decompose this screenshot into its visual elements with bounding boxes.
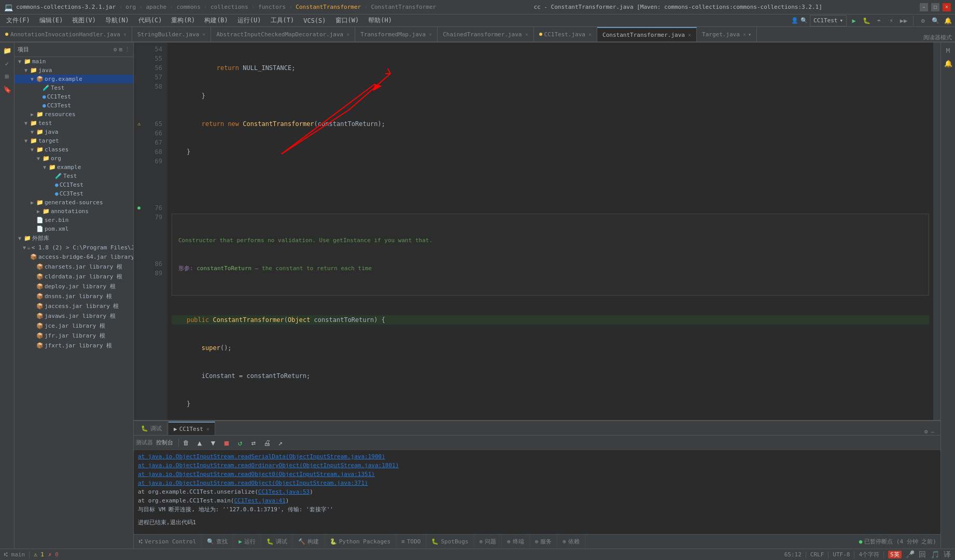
sidebar-settings[interactable]: ⋮ [124, 46, 130, 53]
maven-btn[interactable]: M [943, 45, 954, 56]
settings-button[interactable]: ⚙ [918, 16, 928, 26]
tab-cc1-close[interactable]: × [206, 426, 209, 432]
bottom-settings-icon[interactable]: ⚙ [924, 428, 928, 435]
tree-item-org2[interactable]: ▼ 📁 org [15, 154, 133, 163]
tree-item-generated[interactable]: ▶ 📁 generated-sources [15, 198, 133, 207]
python-packages-btn[interactable]: 🐍 Python Packages [325, 535, 396, 549]
tree-item-cc1test[interactable]: ● CC1Test [15, 92, 133, 101]
tree-item-access[interactable]: 📦 access-bridge-64.jar library 根 [15, 252, 133, 262]
menu-view[interactable]: 视图(V) [68, 15, 100, 26]
tree-item-external[interactable]: ▼ 📁 外部库 [15, 233, 133, 243]
deps-btn[interactable]: ⊕ 依赖 [557, 535, 585, 549]
code-content[interactable]: return NULL_INSTANCE; } return new Const… [167, 43, 933, 420]
console-tab[interactable]: 控制台 [156, 439, 173, 446]
tab-close-annotation[interactable]: × [123, 32, 127, 37]
tree-item-orgexample[interactable]: ▼ 📦 org.example [15, 75, 133, 83]
tree-item-classes[interactable]: ▼ 📁 classes [15, 145, 133, 154]
more-run-button[interactable]: ▶▶ [898, 16, 909, 26]
maximize-button[interactable]: □ [931, 3, 939, 11]
console-link-4[interactable]: at java.io.ObjectInputStream.readObject(… [138, 480, 368, 486]
external-btn[interactable]: ↗ [274, 437, 287, 449]
terminal-btn[interactable]: ⊕ 终端 [502, 535, 530, 549]
console-link-2[interactable]: at java.io.ObjectInputStream.readOrdinar… [138, 462, 399, 469]
tab-annotation[interactable]: AnnotationInvocationHandler.java × [0, 27, 132, 41]
sidebar-layout[interactable]: ⊞ [119, 46, 122, 53]
down-btn[interactable]: ▼ [207, 437, 219, 449]
tree-item-jaccess[interactable]: 📦 jaccess.jar library 根 [15, 301, 133, 311]
tab-abstractinput[interactable]: AbstractInputCheckedMapDecorator.java × [211, 27, 355, 41]
tab-target[interactable]: Target.java × ▾ [697, 27, 757, 41]
tab-close-target[interactable]: × [743, 32, 746, 37]
menu-refactor[interactable]: 重构(R) [167, 15, 199, 26]
tree-item-resources[interactable]: ▶ 📁 resources [15, 110, 133, 119]
version-control-btn[interactable]: ⑆ Version Control [134, 535, 202, 549]
bookmarks-btn[interactable]: 🔖 [2, 83, 13, 95]
status-errors[interactable]: ✗ 0 [48, 551, 59, 558]
tab-transformedmap[interactable]: TransformedMap.java × [355, 27, 438, 41]
input-method-icon[interactable]: S英 [888, 551, 902, 558]
close-button[interactable]: × [943, 3, 951, 11]
menu-help[interactable]: 帮助(H) [364, 15, 396, 26]
tree-item-jfxrt[interactable]: 📦 jfxrt.jar library 根 [15, 341, 133, 351]
search2-button[interactable]: 🔍 [930, 16, 940, 26]
menu-run[interactable]: 运行(U) [233, 15, 265, 26]
tree-item-annotations[interactable]: ▶ 📁 annotations [15, 207, 133, 216]
tab-more-arrow[interactable]: ▾ [748, 32, 751, 37]
tree-item-test[interactable]: 🧪 Test [15, 83, 133, 92]
menu-nav[interactable]: 导航(N) [101, 15, 133, 26]
tree-item-cc1test2[interactable]: ● CC1Test [15, 180, 133, 189]
tree-item-dnsns[interactable]: 📦 dnsns.jar library 根 [15, 291, 133, 301]
console-link-6[interactable]: CC1Test.java:41 [234, 497, 285, 504]
menu-code[interactable]: 代码(C) [134, 15, 166, 26]
tree-item-cc3test2[interactable]: ● CC3Test [15, 189, 133, 198]
tab-constanttransformer[interactable]: ConstantTransformer.java × [597, 27, 697, 41]
tree-item-test2[interactable]: 🧪 Test [15, 172, 133, 180]
tree-item-cc3test[interactable]: ● CC3Test [15, 101, 133, 110]
tab-stringbuilder[interactable]: StringBuilder.java × [132, 27, 211, 41]
notifications-btn[interactable]: 🔔 [943, 58, 954, 69]
tree-item-jdk[interactable]: ▼ ☕ < 1.8 (2) > C:\Program Files\Java\jd… [15, 243, 133, 252]
structure-btn[interactable]: ⊞ [2, 71, 13, 82]
tree-item-example2[interactable]: ▼ 📁 example [15, 163, 133, 172]
menu-build[interactable]: 构建(B) [200, 15, 232, 26]
tree-item-jfr[interactable]: 📦 jfr.jar library 根 [15, 331, 133, 341]
tree-item-jce[interactable]: 📦 jce.jar library 根 [15, 321, 133, 331]
menu-window[interactable]: 窗口(W) [331, 15, 363, 26]
tree-item-serbin[interactable]: 📄 ser.bin [15, 216, 133, 225]
tab-close-sb[interactable]: × [202, 32, 205, 37]
tree-item-main[interactable]: ▼ 📁 main [15, 57, 133, 66]
sidebar-gear[interactable]: ⚙ [114, 46, 117, 53]
tab-close-const[interactable]: × [688, 32, 691, 38]
stop-btn[interactable]: ■ [220, 437, 233, 449]
tab-cc1test[interactable]: CC1Test.java × [534, 27, 598, 41]
clear-btn[interactable]: 🗑 [180, 437, 192, 449]
tree-item-testjava[interactable]: ▼ 📁 java [15, 128, 133, 136]
build-bottom-btn[interactable]: 🔨 构建 [293, 535, 325, 549]
print-btn[interactable]: 🖨 [261, 437, 273, 449]
find-btn[interactable]: 🔍 查找 [202, 535, 233, 549]
coverage-button[interactable]: ☂ [874, 16, 884, 26]
status-git[interactable]: ⑆ main [4, 551, 25, 558]
tree-item-testfolder[interactable]: ▼ 📁 test [15, 119, 133, 128]
tab-close-ct[interactable]: × [525, 32, 528, 37]
tab-close-ai[interactable]: × [346, 32, 349, 37]
rerun-btn[interactable]: ↺ [234, 437, 246, 449]
debug-bottom-btn[interactable]: 🐛 调试 [261, 535, 293, 549]
spotbugs-btn[interactable]: 🐛 SpotBugs [426, 535, 474, 549]
tree-item-cldr[interactable]: 📦 cldrdata.jar library 根 [15, 272, 133, 282]
tree-item-charsets[interactable]: 📦 charsets.jar library 根 [15, 262, 133, 272]
tab-close-tm[interactable]: × [429, 32, 432, 37]
code-editor[interactable]: ⚠ ● [134, 43, 940, 420]
menu-edit[interactable]: 编辑(E) [35, 15, 67, 26]
debug-button[interactable]: 🐛 [861, 16, 872, 26]
menu-vcs[interactable]: VCS(S) [299, 16, 330, 25]
status-warnings[interactable]: ⚠ 1 [34, 551, 44, 558]
commit-btn[interactable]: ✓ [2, 58, 13, 69]
console-link-5[interactable]: CC1Test.java:53 [258, 488, 310, 495]
status-encoding[interactable]: UTF-8 [833, 551, 850, 558]
tab-chainedtransformer[interactable]: ChainedTransformer.java × [438, 27, 533, 41]
problems-btn[interactable]: ⊕ 问题 [474, 535, 502, 549]
project-tree-btn[interactable]: 📁 [2, 45, 13, 56]
tab-cc1test-bottom[interactable]: ▶ CC1Test × [168, 422, 215, 435]
search-icon[interactable]: 🔍 [800, 17, 808, 24]
